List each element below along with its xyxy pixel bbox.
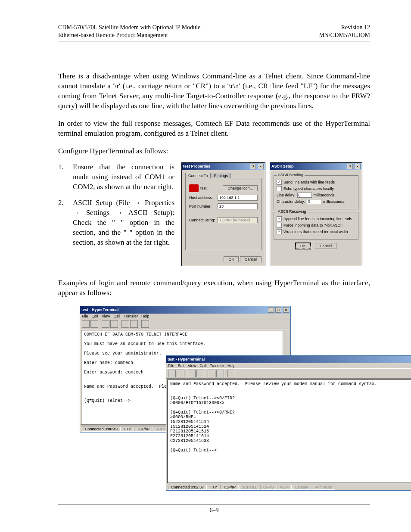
- menu-file[interactable]: File: [168, 364, 174, 368]
- tab-connect-to[interactable]: Connect To: [185, 173, 211, 178]
- port-number-input[interactable]: 23: [218, 203, 258, 209]
- phone-icon: [189, 184, 199, 192]
- menu-help[interactable]: Help: [227, 364, 236, 368]
- page-header: CDM-570/570L Satellite Modem with Option…: [58, 24, 370, 41]
- toolbar-button[interactable]: [141, 320, 149, 328]
- menu-help[interactable]: Help: [141, 314, 149, 318]
- toolbar-button[interactable]: [168, 370, 176, 377]
- menu-transfer[interactable]: Transfer: [124, 314, 138, 318]
- list-number-2: 2.: [58, 198, 73, 248]
- header-left2: Ethernet-based Remote Product Management: [58, 31, 200, 39]
- status-tty: TTY: [207, 485, 220, 490]
- menu-edit[interactable]: Edit: [92, 314, 99, 318]
- menu-call[interactable]: Call: [199, 364, 206, 368]
- list-text-2: ASCII Setup (File → Properties → Setting…: [73, 198, 174, 248]
- status-capture: Capture: [292, 485, 311, 490]
- menu-edit[interactable]: Edit: [178, 364, 185, 368]
- cancel-button[interactable]: Cancel: [240, 256, 262, 262]
- window-title: test - HyperTerminal: [81, 308, 118, 312]
- label-append: Append line feeds to incoming line ends: [283, 217, 352, 221]
- toolbar-button[interactable]: [130, 320, 138, 328]
- status-caps: CAPS: [260, 485, 277, 490]
- terminal-output[interactable]: Name and Password accepted. Please revie…: [167, 380, 411, 483]
- group-ascii-sending: ASCII Sending: [277, 173, 305, 177]
- window-hyperterminal-2: test - HyperTerminal _ □ × File Edit Vie…: [166, 355, 411, 491]
- toolbar-button[interactable]: [82, 320, 90, 328]
- toolbar-button[interactable]: [110, 320, 118, 328]
- header-right2: MN/CDM570L.IOM: [319, 31, 370, 39]
- toolbar-button[interactable]: [177, 370, 184, 377]
- cancel-button[interactable]: Cancel: [315, 243, 336, 249]
- connect-using-label: Connect using:: [189, 218, 216, 222]
- change-icon-button[interactable]: Change Icon...: [223, 185, 258, 191]
- paragraph-4: Examples of login and remote command/que…: [58, 278, 370, 298]
- char-delay-input[interactable]: 0: [307, 199, 321, 204]
- menu-view[interactable]: View: [102, 314, 110, 318]
- line-delay-unit: milliseconds.: [314, 193, 336, 197]
- toolbar-button[interactable]: [196, 370, 204, 377]
- toolbar-button[interactable]: [102, 320, 109, 328]
- checkbox-send-line-ends[interactable]: [277, 180, 282, 185]
- checkbox-echo[interactable]: [277, 186, 282, 191]
- close-icon[interactable]: ×: [258, 164, 264, 169]
- dialog-title: ASCII Setup: [271, 164, 294, 168]
- window-title: test - HyperTerminal: [168, 357, 205, 361]
- status-scroll: SCROLL: [239, 485, 260, 490]
- toolbar-button[interactable]: [216, 370, 224, 377]
- close-icon[interactable]: ×: [355, 164, 361, 169]
- menu-call[interactable]: Call: [113, 314, 120, 318]
- char-delay-unit: milliseconds.: [323, 199, 346, 204]
- help-icon[interactable]: ?: [347, 164, 353, 169]
- maximize-icon[interactable]: □: [275, 307, 281, 313]
- port-number-label: Port number:: [189, 204, 216, 208]
- toolbar-button[interactable]: [227, 370, 235, 377]
- tab-settings[interactable]: Settings: [211, 173, 231, 178]
- label-wrap: Wrap lines that exceed terminal width: [283, 230, 348, 234]
- dialog-ascii-setup: ASCII Setup ? × ASCII Sending Send line …: [270, 162, 362, 266]
- host-address-label: Host address:: [189, 196, 216, 200]
- label-echo: Echo typed characters locally: [283, 187, 334, 191]
- label-force7: Force incoming data to 7-bit ASCII: [283, 223, 342, 227]
- char-delay-label: Character delay:: [277, 199, 305, 204]
- help-icon[interactable]: ?: [250, 164, 256, 169]
- ok-button[interactable]: OK: [296, 243, 311, 249]
- connect-using-select[interactable]: TCP/IP (Winsock): [218, 217, 258, 223]
- page-footer: 6–9: [58, 504, 370, 514]
- checkbox-append[interactable]: [277, 216, 282, 221]
- status-num: NUM: [277, 485, 292, 490]
- paragraph-1: There is a disadvantage when using Windo…: [58, 72, 370, 111]
- line-delay-label: Line delay:: [277, 193, 296, 197]
- toolbar-button[interactable]: [90, 320, 98, 328]
- checkbox-wrap[interactable]: [277, 229, 282, 234]
- dialog-title: test Properties: [183, 164, 210, 168]
- status-connected: Connected 0:00:49: [82, 426, 121, 432]
- label-send-line-ends: Send line ends with line feeds: [283, 180, 335, 184]
- status-proto: TCP/IP: [134, 426, 153, 432]
- status-echo: Print echo: [311, 485, 335, 490]
- dialog-test-properties: test Properties ? × Connect To Settings: [181, 162, 265, 266]
- status-proto: TCP/IP: [220, 485, 239, 490]
- menu-transfer[interactable]: Transfer: [210, 364, 224, 368]
- toolbar-button[interactable]: [208, 370, 215, 377]
- line-delay-input[interactable]: 0: [297, 193, 312, 198]
- header-left1: CDM-570/570L Satellite Modem with Option…: [58, 24, 200, 31]
- connection-name: test: [200, 186, 207, 190]
- group-ascii-receiving: ASCII Receiving: [277, 209, 308, 214]
- ok-button[interactable]: OK: [224, 256, 239, 262]
- menu-view[interactable]: View: [188, 364, 196, 368]
- status-tty: TTY: [121, 426, 134, 432]
- minimize-icon[interactable]: _: [268, 307, 274, 313]
- list-number-1: 1.: [58, 162, 73, 192]
- list-text-1: Ensure that the connection is made using…: [73, 162, 174, 192]
- toolbar-button[interactable]: [121, 320, 129, 328]
- paragraph-2: In order to view the full response messa…: [58, 119, 370, 139]
- status-connected: Connected 0:02:37: [168, 485, 207, 490]
- header-right1: Revision 12: [319, 24, 370, 31]
- toolbar-button[interactable]: [188, 370, 196, 377]
- menu-file[interactable]: File: [82, 314, 88, 318]
- close-icon[interactable]: ×: [283, 307, 289, 313]
- host-address-input[interactable]: 192.168.1.1: [218, 195, 258, 201]
- paragraph-3: Configure HyperTerminal as follows:: [58, 146, 370, 156]
- checkbox-force7[interactable]: [277, 223, 282, 228]
